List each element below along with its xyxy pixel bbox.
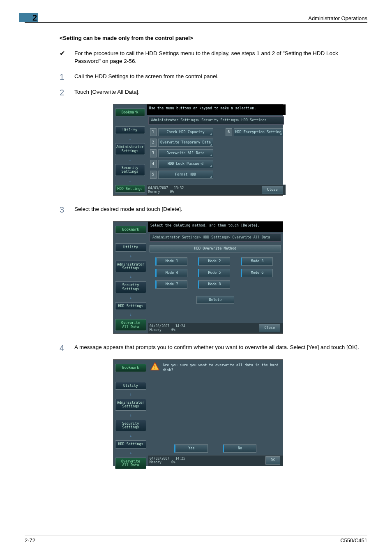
chapter-number: 2 xyxy=(32,12,37,23)
admin-settings-button[interactable]: Administrator Settings xyxy=(115,261,146,273)
panel-message: Use the menu buttons or keypad to make a… xyxy=(147,104,286,115)
bookmark-button[interactable]: Bookmark xyxy=(115,109,145,116)
delete-button[interactable]: Delete xyxy=(196,296,234,304)
hdd-settings-button[interactable]: HDD Settings xyxy=(115,302,146,310)
step-4-marker: 4 xyxy=(60,344,74,352)
security-settings-button[interactable]: Security Settings xyxy=(115,164,145,176)
mode-7-button[interactable]: Mode 7 xyxy=(155,280,187,289)
step-1-marker: 1 xyxy=(60,73,74,81)
menu-index: 6 xyxy=(226,128,232,136)
status-text: 04/03/2007 14:24 Memory 0% xyxy=(150,324,259,332)
overwrite-all-data-button[interactable]: Overwrite All Data xyxy=(115,458,146,469)
format-hdd-button[interactable]: Format HDD xyxy=(158,171,213,179)
svg-rect-2 xyxy=(154,368,155,369)
overwrite-all-data-button[interactable]: Overwrite All Data xyxy=(115,319,146,331)
step-3-marker: 3 xyxy=(60,206,74,214)
step-3-text: Select the desired mode and touch [Delet… xyxy=(74,206,359,214)
model-label: C550/C451 xyxy=(340,537,367,544)
hdd-settings-panel: Bookmark Utility ↓ Administrator Setting… xyxy=(113,104,283,196)
page-header: Administrator Operations xyxy=(308,15,367,22)
hdd-settings-button[interactable]: HDD Settings xyxy=(115,440,146,448)
section-heading: <Setting can be made only from the contr… xyxy=(60,35,359,42)
hdd-lock-password-button[interactable]: HDD Lock Password xyxy=(158,160,213,168)
step-1-text: Call the HDD Settings to the screen from… xyxy=(74,73,359,81)
menu-index: 2 xyxy=(150,139,157,147)
arrow-down-icon: ↓ xyxy=(115,451,146,455)
status-text: 04/03/2007 14:25 Memory 0% xyxy=(150,457,265,465)
hdd-settings-button[interactable]: HDD Settings xyxy=(115,185,145,193)
chapter-tab: 2 xyxy=(19,13,38,22)
status-text: 04/03/2007 13:32 Memory 0% xyxy=(148,186,262,194)
overwrite-all-data-button[interactable]: Overwrite All Data xyxy=(158,149,213,157)
menu-index: 5 xyxy=(150,171,157,179)
mode-header: HDD Overwrite Method xyxy=(150,245,281,252)
arrow-down-icon: ↓ xyxy=(115,434,146,438)
panel-message: Select the deleting method, and then tou… xyxy=(148,222,283,232)
bookmark-button[interactable]: Bookmark xyxy=(115,226,146,234)
overwrite-method-panel: Bookmark Utility ↓ Administrator Setting… xyxy=(113,221,283,334)
arrow-down-icon: ↓ xyxy=(115,157,145,162)
breadcrumb: Administrator Settings> Security Setting… xyxy=(148,116,284,125)
no-button[interactable]: No xyxy=(223,444,256,453)
mode-5-button[interactable]: Mode 5 xyxy=(198,269,230,277)
arrow-down-icon: ↓ xyxy=(115,296,146,300)
arrow-down-icon: ↓ xyxy=(115,312,146,317)
check-icon: ✔ xyxy=(60,50,74,65)
utility-button[interactable]: Utility xyxy=(115,243,146,251)
security-settings-button[interactable]: Security Settings xyxy=(115,420,146,432)
mode-4-button[interactable]: Mode 4 xyxy=(155,269,187,277)
admin-settings-button[interactable]: Administrator Settings xyxy=(115,399,146,411)
ok-button[interactable]: OK xyxy=(265,456,280,465)
admin-settings-button[interactable]: Administrator Settings xyxy=(115,143,145,155)
menu-index: 3 xyxy=(150,149,157,157)
page-number: 2-72 xyxy=(25,537,35,544)
utility-button[interactable]: Utility xyxy=(115,126,145,134)
yes-button[interactable]: Yes xyxy=(174,444,208,453)
breadcrumb: Administrator Settings> HDD Settings> Ov… xyxy=(150,234,281,242)
prereq-text: For the procedure to call the HDD Settin… xyxy=(74,50,359,65)
arrow-down-icon: ↓ xyxy=(115,254,146,258)
step-2-text: Touch [Overwrite All Data]. xyxy=(74,88,359,97)
confirm-message: Are you sure you want to overwrite all d… xyxy=(163,362,280,373)
svg-rect-1 xyxy=(154,365,155,368)
arrow-down-icon: ↓ xyxy=(115,413,146,417)
close-button[interactable]: Close xyxy=(259,324,280,332)
warning-icon xyxy=(150,362,159,370)
bookmark-button[interactable]: Bookmark xyxy=(115,364,146,372)
utility-button[interactable]: Utility xyxy=(115,382,146,390)
step-4-text: A message appears that prompts you to co… xyxy=(74,344,359,352)
menu-index: 4 xyxy=(150,160,157,168)
mode-1-button[interactable]: Mode 1 xyxy=(155,257,187,266)
security-settings-button[interactable]: Security Settings xyxy=(115,281,146,293)
arrow-down-icon: ↓ xyxy=(115,178,145,183)
hdd-encryption-setting-button[interactable]: HDD Encryption Setting xyxy=(234,128,283,136)
confirm-panel: Bookmark Utility ↓ Administrator Setting… xyxy=(113,359,283,466)
arrow-down-icon: ↓ xyxy=(115,136,145,141)
mode-6-button[interactable]: Mode 6 xyxy=(241,269,273,277)
arrow-down-icon: ↓ xyxy=(115,392,146,396)
arrow-down-icon: ↓ xyxy=(115,275,146,279)
mode-3-button[interactable]: Mode 3 xyxy=(241,257,273,266)
menu-index: 1 xyxy=(150,128,157,136)
header-rule xyxy=(25,22,367,23)
close-button[interactable]: Close xyxy=(262,186,283,194)
overwrite-temp-data-button[interactable]: Overwrite Temporary Data xyxy=(158,139,213,147)
step-2-marker: 2 xyxy=(60,88,74,97)
mode-8-button[interactable]: Mode 8 xyxy=(198,280,230,289)
check-hdd-capacity-button[interactable]: Check HDD Capacity xyxy=(158,128,213,136)
mode-2-button[interactable]: Mode 2 xyxy=(198,257,230,266)
footer-rule xyxy=(25,536,367,536)
